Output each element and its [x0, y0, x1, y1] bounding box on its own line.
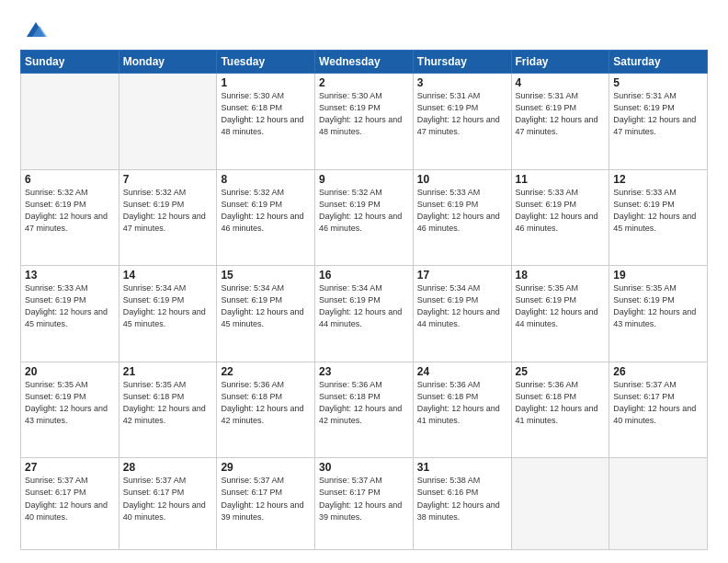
calendar-table: SundayMondayTuesdayWednesdayThursdayFrid…	[20, 50, 708, 550]
calendar-cell: 27Sunrise: 5:37 AM Sunset: 6:17 PM Dayli…	[21, 458, 119, 550]
week-row: 27Sunrise: 5:37 AM Sunset: 6:17 PM Dayli…	[21, 458, 708, 550]
calendar-cell: 14Sunrise: 5:34 AM Sunset: 6:19 PM Dayli…	[119, 266, 217, 362]
calendar-cell: 30Sunrise: 5:37 AM Sunset: 6:17 PM Dayli…	[315, 458, 414, 550]
calendar-cell: 10Sunrise: 5:33 AM Sunset: 6:19 PM Dayli…	[413, 169, 511, 266]
day-number: 20	[25, 365, 115, 378]
calendar-page: SundayMondayTuesdayWednesdayThursdayFrid…	[0, 0, 728, 563]
week-row: 13Sunrise: 5:33 AM Sunset: 6:19 PM Dayli…	[21, 266, 708, 362]
week-row: 20Sunrise: 5:35 AM Sunset: 6:19 PM Dayli…	[21, 362, 708, 458]
day-number: 6	[25, 173, 115, 186]
day-number: 12	[613, 173, 703, 186]
day-number: 11	[516, 173, 606, 186]
day-number: 1	[221, 76, 311, 89]
weekday-header: Saturday	[609, 51, 708, 74]
day-number: 28	[123, 461, 213, 474]
calendar-cell: 7Sunrise: 5:32 AM Sunset: 6:19 PM Daylig…	[119, 169, 217, 266]
calendar-cell: 22Sunrise: 5:36 AM Sunset: 6:18 PM Dayli…	[217, 362, 315, 458]
day-info: Sunrise: 5:33 AM Sunset: 6:19 PM Dayligh…	[516, 187, 606, 235]
day-number: 30	[319, 461, 409, 474]
day-number: 8	[221, 173, 311, 186]
day-info: Sunrise: 5:30 AM Sunset: 6:18 PM Dayligh…	[221, 90, 311, 138]
calendar-cell: 11Sunrise: 5:33 AM Sunset: 6:19 PM Dayli…	[511, 169, 609, 266]
day-info: Sunrise: 5:36 AM Sunset: 6:18 PM Dayligh…	[221, 379, 311, 427]
day-number: 24	[417, 365, 507, 378]
day-info: Sunrise: 5:30 AM Sunset: 6:19 PM Dayligh…	[319, 90, 409, 138]
day-number: 9	[319, 173, 409, 186]
weekday-header: Friday	[511, 51, 609, 74]
calendar-cell: 17Sunrise: 5:34 AM Sunset: 6:19 PM Dayli…	[413, 266, 511, 362]
weekday-header-row: SundayMondayTuesdayWednesdayThursdayFrid…	[21, 51, 708, 74]
day-number: 22	[221, 365, 311, 378]
day-info: Sunrise: 5:35 AM Sunset: 6:18 PM Dayligh…	[123, 379, 213, 427]
calendar-cell: 19Sunrise: 5:35 AM Sunset: 6:19 PM Dayli…	[609, 266, 708, 362]
day-number: 16	[319, 269, 409, 282]
calendar-cell: 12Sunrise: 5:33 AM Sunset: 6:19 PM Dayli…	[609, 169, 708, 266]
day-number: 29	[221, 461, 311, 474]
calendar-cell	[609, 458, 708, 550]
calendar-cell: 4Sunrise: 5:31 AM Sunset: 6:19 PM Daylig…	[511, 74, 609, 170]
calendar-cell: 26Sunrise: 5:37 AM Sunset: 6:17 PM Dayli…	[609, 362, 708, 458]
calendar-cell: 16Sunrise: 5:34 AM Sunset: 6:19 PM Dayli…	[315, 266, 414, 362]
calendar-cell: 18Sunrise: 5:35 AM Sunset: 6:19 PM Dayli…	[511, 266, 609, 362]
day-number: 18	[516, 269, 606, 282]
calendar-cell: 1Sunrise: 5:30 AM Sunset: 6:18 PM Daylig…	[217, 74, 315, 170]
day-info: Sunrise: 5:34 AM Sunset: 6:19 PM Dayligh…	[123, 282, 213, 330]
day-info: Sunrise: 5:32 AM Sunset: 6:19 PM Dayligh…	[221, 187, 311, 235]
day-info: Sunrise: 5:32 AM Sunset: 6:19 PM Dayligh…	[25, 187, 115, 235]
calendar-cell: 8Sunrise: 5:32 AM Sunset: 6:19 PM Daylig…	[217, 169, 315, 266]
day-info: Sunrise: 5:37 AM Sunset: 6:17 PM Dayligh…	[123, 475, 213, 523]
calendar-cell	[21, 74, 119, 170]
day-number: 25	[516, 365, 606, 378]
calendar-cell: 24Sunrise: 5:36 AM Sunset: 6:18 PM Dayli…	[413, 362, 511, 458]
day-info: Sunrise: 5:37 AM Sunset: 6:17 PM Dayligh…	[319, 475, 409, 523]
day-number: 19	[613, 269, 703, 282]
day-info: Sunrise: 5:35 AM Sunset: 6:19 PM Dayligh…	[613, 282, 703, 330]
day-number: 7	[123, 173, 213, 186]
day-info: Sunrise: 5:31 AM Sunset: 6:19 PM Dayligh…	[613, 90, 703, 138]
day-number: 21	[123, 365, 213, 378]
day-info: Sunrise: 5:33 AM Sunset: 6:19 PM Dayligh…	[417, 187, 507, 235]
day-number: 5	[613, 76, 703, 89]
weekday-header: Thursday	[413, 51, 511, 74]
calendar-cell: 21Sunrise: 5:35 AM Sunset: 6:18 PM Dayli…	[119, 362, 217, 458]
day-number: 14	[123, 269, 213, 282]
calendar-cell	[119, 74, 217, 170]
day-info: Sunrise: 5:34 AM Sunset: 6:19 PM Dayligh…	[221, 282, 311, 330]
calendar-cell: 28Sunrise: 5:37 AM Sunset: 6:17 PM Dayli…	[119, 458, 217, 550]
day-info: Sunrise: 5:37 AM Sunset: 6:17 PM Dayligh…	[613, 379, 703, 427]
calendar-cell: 9Sunrise: 5:32 AM Sunset: 6:19 PM Daylig…	[315, 169, 414, 266]
day-info: Sunrise: 5:34 AM Sunset: 6:19 PM Dayligh…	[417, 282, 507, 330]
day-info: Sunrise: 5:33 AM Sunset: 6:19 PM Dayligh…	[613, 187, 703, 235]
weekday-header: Sunday	[21, 51, 119, 74]
day-info: Sunrise: 5:34 AM Sunset: 6:19 PM Dayligh…	[319, 282, 409, 330]
day-number: 31	[417, 461, 507, 474]
week-row: 6Sunrise: 5:32 AM Sunset: 6:19 PM Daylig…	[21, 169, 708, 266]
calendar-cell: 2Sunrise: 5:30 AM Sunset: 6:19 PM Daylig…	[315, 74, 414, 170]
day-number: 15	[221, 269, 311, 282]
day-number: 26	[613, 365, 703, 378]
day-number: 13	[25, 269, 115, 282]
day-info: Sunrise: 5:38 AM Sunset: 6:16 PM Dayligh…	[417, 475, 507, 523]
weekday-header: Monday	[119, 51, 217, 74]
logo-icon	[23, 17, 49, 42]
day-info: Sunrise: 5:36 AM Sunset: 6:18 PM Dayligh…	[516, 379, 606, 427]
calendar-cell: 5Sunrise: 5:31 AM Sunset: 6:19 PM Daylig…	[609, 74, 708, 170]
day-info: Sunrise: 5:36 AM Sunset: 6:18 PM Dayligh…	[417, 379, 507, 427]
calendar-cell: 20Sunrise: 5:35 AM Sunset: 6:19 PM Dayli…	[21, 362, 119, 458]
page-header	[20, 17, 708, 42]
day-info: Sunrise: 5:32 AM Sunset: 6:19 PM Dayligh…	[319, 187, 409, 235]
day-number: 17	[417, 269, 507, 282]
day-info: Sunrise: 5:33 AM Sunset: 6:19 PM Dayligh…	[25, 282, 115, 330]
calendar-cell: 25Sunrise: 5:36 AM Sunset: 6:18 PM Dayli…	[511, 362, 609, 458]
day-number: 10	[417, 173, 507, 186]
calendar-cell: 3Sunrise: 5:31 AM Sunset: 6:19 PM Daylig…	[413, 74, 511, 170]
day-number: 2	[319, 76, 409, 89]
calendar-cell: 31Sunrise: 5:38 AM Sunset: 6:16 PM Dayli…	[413, 458, 511, 550]
day-info: Sunrise: 5:36 AM Sunset: 6:18 PM Dayligh…	[319, 379, 409, 427]
day-info: Sunrise: 5:37 AM Sunset: 6:17 PM Dayligh…	[25, 475, 115, 523]
calendar-cell	[511, 458, 609, 550]
logo	[20, 17, 49, 42]
day-info: Sunrise: 5:35 AM Sunset: 6:19 PM Dayligh…	[516, 282, 606, 330]
day-info: Sunrise: 5:37 AM Sunset: 6:17 PM Dayligh…	[221, 475, 311, 523]
day-info: Sunrise: 5:35 AM Sunset: 6:19 PM Dayligh…	[25, 379, 115, 427]
